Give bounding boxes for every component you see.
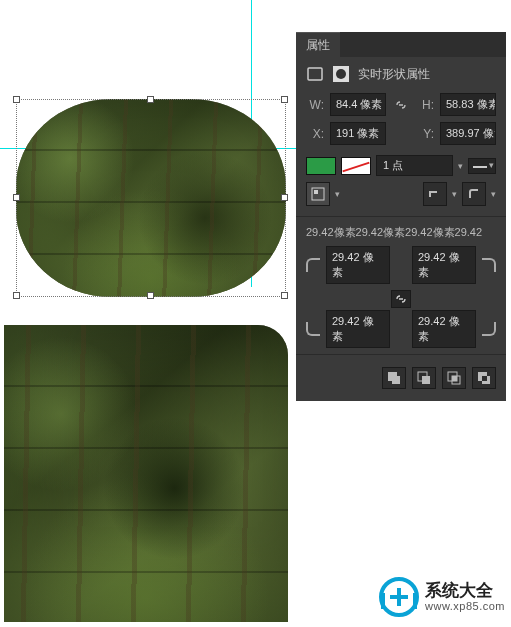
radius-tl-field[interactable]: 29.42 像素 bbox=[326, 246, 390, 284]
link-wh-icon[interactable] bbox=[392, 96, 410, 114]
shape-rect-icon bbox=[306, 65, 324, 83]
svg-rect-4 bbox=[314, 190, 318, 194]
pathop-exclude-button[interactable] bbox=[472, 367, 496, 389]
watermark: 系统大全 www.xp85.com bbox=[379, 577, 505, 617]
svg-rect-0 bbox=[308, 68, 322, 80]
stroke-dropdown-icon[interactable]: ▾ bbox=[458, 161, 463, 171]
x-label: X: bbox=[306, 127, 324, 141]
pathop-intersect-button[interactable] bbox=[442, 367, 466, 389]
divider bbox=[296, 354, 506, 355]
svg-rect-11 bbox=[452, 376, 457, 381]
y-field[interactable]: 389.97 像素 bbox=[440, 122, 496, 145]
stroke-dash-select[interactable] bbox=[468, 158, 496, 174]
align-inside-button[interactable] bbox=[306, 182, 330, 206]
handle-br[interactable] bbox=[281, 292, 288, 299]
x-field[interactable]: 191 像素 bbox=[330, 122, 386, 145]
stroke-swatch[interactable] bbox=[341, 157, 371, 175]
handle-bl[interactable] bbox=[13, 292, 20, 299]
pathop-unite-button[interactable] bbox=[382, 367, 406, 389]
panel-tab-properties[interactable]: 属性 bbox=[296, 32, 340, 57]
properties-panel: 属性 实时形状属性 W: 84.4 像素 H: 58.83 像素 X: 191 … bbox=[296, 32, 506, 401]
cap-button[interactable] bbox=[423, 182, 447, 206]
handle-tl[interactable] bbox=[13, 96, 20, 103]
y-label: Y: bbox=[416, 127, 434, 141]
shape-type-label: 实时形状属性 bbox=[358, 66, 430, 83]
watermark-logo-icon bbox=[379, 577, 419, 617]
radius-summary: 29.42像素29.42像素29.42像素29.42 bbox=[306, 225, 496, 240]
spacer bbox=[392, 125, 410, 143]
pathop-subtract-button[interactable] bbox=[412, 367, 436, 389]
w-field[interactable]: 84.4 像素 bbox=[330, 93, 386, 116]
corner-tr-icon bbox=[482, 258, 496, 272]
svg-rect-8 bbox=[422, 376, 430, 384]
join-dropdown-icon[interactable]: ▾ bbox=[491, 189, 496, 199]
canvas-shape-rounded-rect[interactable] bbox=[16, 99, 286, 297]
watermark-url: www.xp85.com bbox=[425, 600, 505, 612]
h-label: H: bbox=[416, 98, 434, 112]
divider bbox=[296, 216, 506, 217]
w-label: W: bbox=[306, 98, 324, 112]
stroke-width-field[interactable]: 1 点 bbox=[376, 155, 453, 176]
canvas-shape-image[interactable] bbox=[4, 325, 288, 622]
radius-br-field[interactable]: 29.42 像素 bbox=[412, 310, 476, 348]
corner-tl-icon bbox=[306, 258, 320, 272]
svg-point-2 bbox=[336, 69, 346, 79]
svg-rect-6 bbox=[392, 376, 400, 384]
align-dropdown-icon[interactable]: ▾ bbox=[335, 189, 340, 199]
handle-tr[interactable] bbox=[281, 96, 288, 103]
fill-swatch[interactable] bbox=[306, 157, 336, 175]
h-field[interactable]: 58.83 像素 bbox=[440, 93, 496, 116]
corner-bl-icon bbox=[306, 322, 320, 336]
join-button[interactable] bbox=[462, 182, 486, 206]
cap-dropdown-icon[interactable]: ▾ bbox=[452, 189, 457, 199]
radius-tr-field[interactable]: 29.42 像素 bbox=[412, 246, 476, 284]
watermark-title: 系统大全 bbox=[425, 582, 505, 601]
mask-icon bbox=[332, 65, 350, 83]
radius-bl-field[interactable]: 29.42 像素 bbox=[326, 310, 390, 348]
svg-rect-14 bbox=[482, 376, 487, 381]
corner-br-icon bbox=[482, 322, 496, 336]
link-radii-button[interactable] bbox=[391, 290, 411, 308]
